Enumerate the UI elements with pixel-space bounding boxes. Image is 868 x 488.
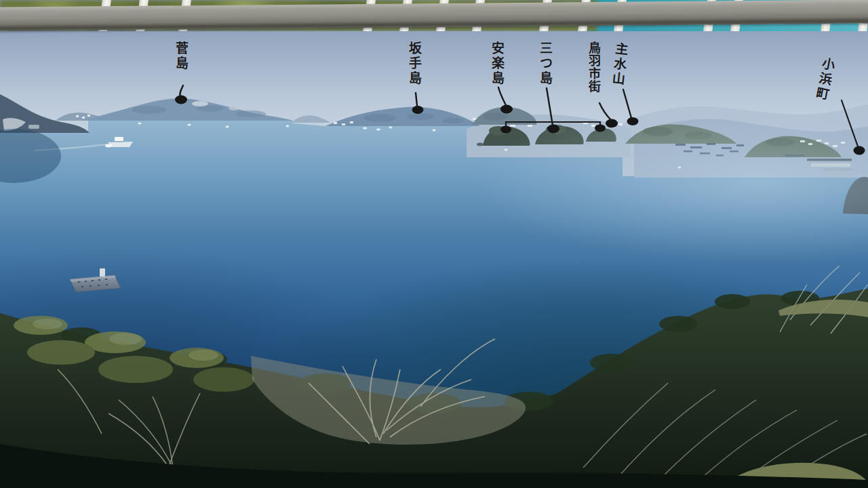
leader-mitsushima-bracket bbox=[506, 122, 600, 129]
label-sugashima: 菅島 bbox=[174, 41, 187, 71]
left-coast-cliff bbox=[3, 118, 26, 131]
sakatejima-island bbox=[326, 107, 480, 126]
railing-post bbox=[858, 0, 868, 31]
label-mondoyama: 主水山 bbox=[610, 41, 628, 87]
leader-obamacho bbox=[842, 100, 858, 146]
sugashima-scar bbox=[192, 101, 208, 106]
mitsushima-islet-2 bbox=[535, 126, 584, 144]
label-mitsushima: 三つ島 bbox=[538, 41, 551, 86]
pale-islets bbox=[292, 115, 330, 123]
aquaculture-rafts bbox=[675, 143, 744, 157]
left-low-islet bbox=[56, 113, 113, 121]
label-sakatejima: 坂手島 bbox=[408, 41, 420, 86]
sugashima-island bbox=[81, 98, 293, 121]
railing-post bbox=[363, 0, 376, 31]
label-arashima: 安楽島 bbox=[490, 41, 503, 86]
mid-ridge-right bbox=[634, 119, 868, 178]
label-toba-city: 鳥羽市街 bbox=[587, 41, 599, 93]
sea bbox=[0, 121, 868, 488]
sunlit-trees bbox=[14, 316, 254, 392]
leader-mitsushima bbox=[547, 88, 553, 125]
dot-sakatejima bbox=[412, 106, 424, 114]
panorama-photo bbox=[0, 0, 868, 488]
pontoon-raft bbox=[70, 268, 121, 292]
khaki-bushes-corner bbox=[719, 463, 868, 488]
leader-mondoyama bbox=[623, 89, 631, 118]
quay bbox=[811, 163, 850, 167]
far-ridge-right bbox=[623, 104, 868, 176]
dot-mondoyama bbox=[627, 117, 639, 125]
dot-mitsushima-3 bbox=[595, 125, 606, 132]
signboard-frame-edge bbox=[0, 0, 868, 31]
railing-post bbox=[821, 0, 833, 31]
small-boats bbox=[138, 123, 682, 169]
railing-background bbox=[0, 0, 868, 31]
leader-toba-city bbox=[599, 103, 611, 120]
right-headland-b bbox=[745, 136, 842, 157]
breakwater bbox=[807, 159, 852, 161]
railing-post bbox=[578, 0, 591, 31]
railing-post bbox=[703, 0, 716, 31]
left-islet-buildings bbox=[76, 115, 90, 119]
dead-branches-center bbox=[309, 339, 495, 444]
dot-mitsushima-2 bbox=[547, 125, 559, 134]
ship bbox=[34, 137, 133, 150]
foliage-behind-railing bbox=[0, 0, 597, 31]
railing-post bbox=[399, 0, 412, 31]
foreground-forest bbox=[0, 289, 868, 488]
dead-branches-left bbox=[58, 369, 200, 468]
mitsushima-islet-1 bbox=[483, 127, 530, 146]
obama-town-buildings bbox=[800, 140, 845, 147]
railing-post bbox=[178, 0, 191, 31]
railing-post bbox=[98, 0, 111, 31]
pale-branches-over-sea bbox=[780, 266, 867, 333]
railing-post bbox=[539, 0, 552, 31]
railing-post bbox=[472, 0, 485, 31]
toba-city-buildings bbox=[334, 117, 678, 138]
mitsushima-islet-3 bbox=[586, 129, 616, 142]
railing-post bbox=[436, 0, 449, 31]
toba-bay-panorama-scene: 菅島 坂手島 安楽島 三つ島 鳥羽市街 主水山 小浜町 bbox=[0, 0, 868, 488]
dark-understory bbox=[0, 444, 868, 488]
railing-post bbox=[614, 0, 627, 31]
dead-tree-patch bbox=[251, 356, 526, 445]
railing-post bbox=[136, 0, 149, 31]
left-coast bbox=[0, 94, 90, 133]
right-edge-headland bbox=[843, 177, 868, 214]
leader-sugashima bbox=[180, 85, 183, 96]
right-headland-a bbox=[625, 125, 736, 144]
label-obamacho: 小浜町 bbox=[814, 56, 835, 102]
branch-streaks-right bbox=[583, 383, 867, 483]
left-coast-beach bbox=[28, 125, 39, 129]
dot-toba-city bbox=[606, 119, 618, 128]
sea-behind-railing bbox=[580, 0, 868, 31]
canopy-bumps bbox=[61, 291, 819, 413]
dot-sugashima bbox=[175, 96, 187, 104]
dot-arashima bbox=[500, 105, 513, 114]
sky bbox=[0, 0, 868, 178]
dot-mitsushima-1 bbox=[500, 126, 511, 134]
leader-arashima bbox=[498, 87, 506, 105]
far-ridge-center bbox=[467, 115, 631, 157]
arashima-island bbox=[472, 107, 536, 125]
leader-sakatejima bbox=[416, 93, 417, 106]
breakwater bbox=[785, 155, 804, 157]
railing-post bbox=[730, 0, 743, 31]
khaki-strip-right bbox=[778, 300, 868, 317]
dot-obamacho bbox=[854, 146, 865, 155]
label-leader-overlay bbox=[0, 0, 868, 488]
